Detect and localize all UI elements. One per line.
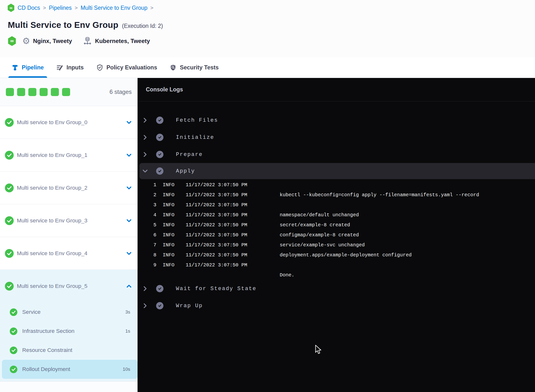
- stage-name: Multi service to Env Group_0: [17, 119, 125, 126]
- step-row-selected[interactable]: Rollout Deployment 10s: [2, 360, 138, 379]
- console-section-label: Prepare: [176, 152, 203, 158]
- stage-success-square: [62, 88, 70, 96]
- success-check-icon: [10, 308, 17, 316]
- stage-row-expanded[interactable]: Multi service to Env Group_5: [0, 270, 138, 303]
- console-logs-panel: Console Logs Fetch Files Initialize Prep…: [138, 78, 535, 392]
- chevron-down-icon[interactable]: [125, 250, 133, 257]
- page-header: ∞ CD Docs > Pipelines > Multi Service to…: [0, 0, 535, 57]
- svg-text:∞: ∞: [10, 38, 14, 44]
- breadcrumb-separator: >: [150, 5, 153, 11]
- step-success-badge-icon: [156, 285, 163, 292]
- stage-success-square: [6, 88, 14, 96]
- chevron-down-icon[interactable]: [125, 152, 133, 159]
- inputs-icon: [56, 64, 63, 71]
- step-duration: 1s: [125, 328, 130, 334]
- expanded-stage: Multi service to Env Group_5 Service 3s …: [0, 270, 138, 381]
- page-title: Multi Service to Env Group: [8, 20, 118, 30]
- infrastructure-names: Kubernetes, Tweety: [95, 38, 150, 44]
- log-line: 2INFO11/17/2022 3:07:50 PMkubectl --kube…: [138, 190, 535, 200]
- console-section-label: Initialize: [176, 134, 214, 141]
- chevron-down-icon[interactable]: [125, 184, 133, 192]
- breadcrumb-separator: >: [75, 5, 78, 11]
- log-line-done: Done.: [138, 270, 535, 280]
- console-section-fetch-files[interactable]: Fetch Files: [138, 112, 535, 129]
- success-check-icon: [5, 282, 14, 291]
- console-body: Fetch Files Initialize Prepare Apply 1IN…: [138, 101, 535, 314]
- active-tab-underline: [8, 76, 47, 78]
- log-lines: 1INFO11/17/2022 3:07:50 PM 2INFO11/17/20…: [138, 180, 535, 280]
- breadcrumb-link-pipeline-name[interactable]: Multi Service to Env Group: [81, 5, 148, 11]
- chevron-right-icon[interactable]: [142, 151, 149, 158]
- stage-success-square: [17, 88, 25, 96]
- chevron-down-icon[interactable]: [125, 217, 133, 224]
- success-check-icon: [5, 249, 14, 258]
- pipeline-icon: [12, 64, 18, 71]
- services-row: ∞ ⚙ Nginx, Tweety Kubernetes, Tweety: [8, 36, 150, 46]
- tab-inputs[interactable]: Inputs: [53, 57, 87, 78]
- pipeline-execution-page: ∞ CD Docs > Pipelines > Multi Service to…: [0, 0, 535, 392]
- chevron-down-icon[interactable]: [125, 119, 133, 126]
- service-names: Nginx, Tweety: [33, 38, 72, 44]
- console-section-prepare[interactable]: Prepare: [138, 146, 535, 163]
- console-section-initialize[interactable]: Initialize: [138, 129, 535, 146]
- chevron-right-icon[interactable]: [142, 285, 149, 292]
- stage-name: Multi service to Env Group_1: [17, 152, 125, 158]
- stage-success-square: [28, 88, 36, 96]
- tab-pipeline[interactable]: Pipeline: [8, 57, 47, 78]
- console-title: Console Logs: [146, 86, 183, 93]
- service-gear-icon: ⚙: [22, 37, 30, 45]
- stage-row[interactable]: Multi service to Env Group_3: [0, 204, 138, 237]
- stage-row[interactable]: Multi service to Env Group_0: [0, 106, 138, 139]
- success-check-icon: [10, 327, 17, 335]
- step-success-badge-icon: [156, 167, 163, 175]
- harness-cd-icon: ∞: [8, 36, 16, 46]
- chevron-down-icon[interactable]: [142, 168, 149, 174]
- infrastructure-icon: [83, 37, 92, 45]
- log-line: 4INFO11/17/2022 3:07:50 PMnamespace/defa…: [138, 210, 535, 220]
- chevron-right-icon[interactable]: [142, 134, 149, 141]
- step-name: Rollout Deployment: [22, 366, 123, 372]
- stage-row[interactable]: Multi service to Env Group_1: [0, 139, 138, 172]
- step-row[interactable]: Infrastructure Section 1s: [0, 322, 138, 341]
- log-line: 3INFO11/17/2022 3:07:50 PM: [138, 200, 535, 210]
- execution-id: (Execution Id: 2): [122, 23, 163, 29]
- console-section-wrap-up[interactable]: Wrap Up: [138, 297, 535, 314]
- log-line: 8INFO11/17/2022 3:07:50 PMdeployment.app…: [138, 250, 535, 260]
- harness-cd-icon: ∞: [7, 4, 15, 12]
- chevron-right-icon[interactable]: [142, 303, 149, 309]
- console-header: Console Logs: [138, 78, 535, 101]
- tab-security-tests[interactable]: Security Tests: [166, 57, 222, 78]
- success-check-icon: [10, 366, 17, 373]
- step-name: Resource Constraint: [22, 347, 130, 353]
- step-success-badge-icon: [156, 134, 163, 141]
- stage-name: Multi service to Env Group_3: [17, 218, 125, 224]
- stage-row[interactable]: Multi service to Env Group_2: [0, 172, 138, 204]
- step-row[interactable]: Resource Constraint: [0, 341, 138, 360]
- step-success-badge-icon: [156, 302, 163, 309]
- step-duration: 10s: [123, 367, 130, 372]
- stage-name: Multi service to Env Group_2: [17, 185, 125, 191]
- stage-count-label: 6 stages: [109, 88, 132, 95]
- step-duration: 3s: [125, 309, 130, 315]
- log-line: 1INFO11/17/2022 3:07:50 PM: [138, 180, 535, 190]
- stage-success-square: [51, 88, 59, 96]
- log-line: 6INFO11/17/2022 3:07:50 PMconfigmap/exam…: [138, 230, 535, 240]
- console-section-wait-for-steady-state[interactable]: Wait for Steady State: [138, 280, 535, 297]
- stage-name: Multi service to Env Group_5: [17, 283, 125, 289]
- breadcrumb-link-pipelines[interactable]: Pipelines: [49, 5, 72, 11]
- success-check-icon: [5, 216, 14, 225]
- policy-shield-check-icon: [96, 64, 103, 71]
- step-row[interactable]: Service 3s: [0, 303, 138, 322]
- sidebar-filler: [0, 381, 138, 392]
- console-section-label: Wrap Up: [176, 303, 203, 309]
- success-check-icon: [5, 184, 14, 192]
- breadcrumb-link-cd-docs[interactable]: CD Docs: [18, 5, 40, 11]
- chevron-right-icon[interactable]: [142, 117, 149, 123]
- tab-policy-evaluations[interactable]: Policy Evaluations: [93, 57, 161, 78]
- stage-success-square: [40, 88, 48, 96]
- chevron-up-icon[interactable]: [125, 283, 133, 290]
- console-section-label: Wait for Steady State: [176, 286, 257, 292]
- console-section-apply-expanded[interactable]: Apply: [139, 163, 535, 179]
- stage-row[interactable]: Multi service to Env Group_4: [0, 237, 138, 270]
- breadcrumb: ∞ CD Docs > Pipelines > Multi Service to…: [7, 4, 153, 12]
